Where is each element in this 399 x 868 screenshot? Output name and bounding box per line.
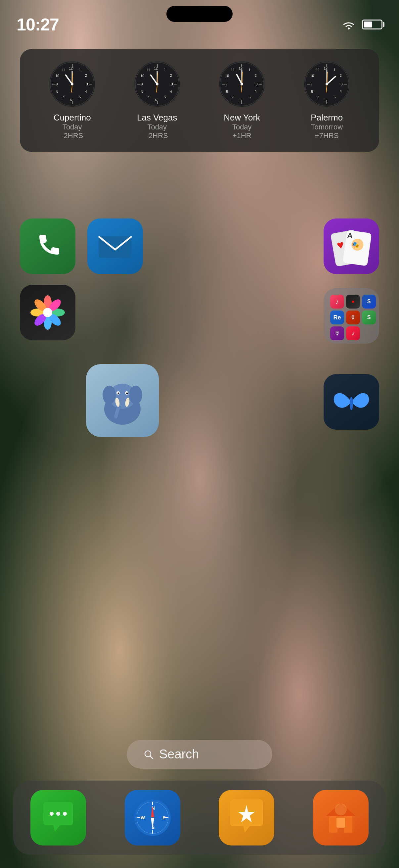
safari-icon: N S E W xyxy=(133,798,172,838)
svg-point-107 xyxy=(43,308,52,317)
app-postgres[interactable] xyxy=(86,364,159,437)
svg-text:5: 5 xyxy=(79,95,81,99)
superstar-icon xyxy=(227,798,266,838)
folder-mini-empty xyxy=(362,327,376,340)
svg-text:6: 6 xyxy=(155,98,157,102)
svg-text:7: 7 xyxy=(317,95,319,99)
svg-text:5: 5 xyxy=(164,95,166,99)
folder-mini-cam: ● xyxy=(346,294,360,309)
svg-text:3: 3 xyxy=(86,82,88,86)
app-cards[interactable]: ♥ 🎭 A xyxy=(324,218,379,274)
mail-icon xyxy=(97,233,133,259)
clock-widget: 12 3 6 9 1 2 4 5 7 8 10 11 xyxy=(20,49,379,152)
screen-content: 10:27 xyxy=(0,0,399,868)
dock-app-superstar[interactable] xyxy=(219,790,274,845)
svg-text:11: 11 xyxy=(231,68,235,72)
svg-text:8: 8 xyxy=(311,89,313,93)
home-icon xyxy=(323,800,359,836)
dock-app-messages[interactable] xyxy=(30,790,86,845)
svg-text:11: 11 xyxy=(316,68,320,72)
svg-point-118 xyxy=(350,397,353,410)
svg-point-115 xyxy=(126,393,128,394)
svg-rect-139 xyxy=(336,818,345,828)
svg-point-111 xyxy=(129,386,142,404)
cards-icon: ♥ 🎭 A xyxy=(328,223,374,270)
clock-lasvegas: 12 3 6 9 1 2 4 5 7 8 10 11 xyxy=(134,61,180,140)
svg-text:12: 12 xyxy=(154,66,158,70)
folder-mini-podcast: 🎙 xyxy=(330,327,344,340)
svg-text:12: 12 xyxy=(69,66,73,70)
svg-text:6: 6 xyxy=(70,98,72,102)
svg-text:4: 4 xyxy=(255,89,257,93)
svg-text:2: 2 xyxy=(170,73,172,78)
svg-text:10: 10 xyxy=(225,74,229,78)
dock: N S E W xyxy=(13,781,386,855)
app-phone[interactable] xyxy=(20,218,75,274)
svg-line-120 xyxy=(150,756,153,759)
svg-point-140 xyxy=(335,803,347,815)
status-icons xyxy=(341,19,383,30)
svg-text:W: W xyxy=(141,815,145,820)
svg-text:9: 9 xyxy=(226,82,228,86)
svg-text:🎭: 🎭 xyxy=(352,241,360,249)
svg-point-110 xyxy=(103,386,116,404)
butterfly-icon xyxy=(332,385,371,418)
search-bar[interactable]: Search xyxy=(127,740,272,769)
status-time: 10:27 xyxy=(16,14,59,34)
phone-icon xyxy=(33,231,63,261)
svg-text:1: 1 xyxy=(249,68,251,72)
apps-row-1 xyxy=(20,218,210,274)
clock-label-cupertino: Cupertino Today -2HRS xyxy=(54,113,91,140)
svg-point-123 xyxy=(63,812,67,816)
svg-text:2: 2 xyxy=(85,73,87,78)
svg-text:4: 4 xyxy=(85,89,87,93)
clock-face-newyork: 12 3 6 9 1 2 4 5 7 8 10 11 xyxy=(219,61,265,107)
svg-text:5: 5 xyxy=(249,95,251,99)
battery-icon xyxy=(362,20,383,29)
app-mail[interactable] xyxy=(87,218,143,274)
app-butterfly[interactable] xyxy=(324,374,379,430)
dock-app-safari[interactable]: N S E W xyxy=(125,790,180,845)
svg-text:6: 6 xyxy=(239,98,241,102)
svg-point-122 xyxy=(56,812,60,816)
svg-point-114 xyxy=(118,393,120,394)
svg-text:8: 8 xyxy=(141,89,143,93)
svg-text:5: 5 xyxy=(333,95,335,99)
dock-app-home[interactable] xyxy=(313,790,369,845)
svg-point-22 xyxy=(71,83,73,85)
dynamic-island xyxy=(166,6,233,22)
folder-grid: ♪ ● S Re 🎙 S xyxy=(324,288,379,344)
app-photos[interactable] xyxy=(20,285,75,340)
clock-label-lasvegas: Las Vegas Today -2HRS xyxy=(137,113,177,140)
messages-icon xyxy=(40,801,76,835)
svg-point-44 xyxy=(156,83,159,85)
svg-text:8: 8 xyxy=(57,89,59,93)
svg-text:2: 2 xyxy=(340,73,342,78)
app-folder[interactable]: ♪ ● S Re 🎙 S xyxy=(324,288,379,344)
clock-label-palermo: Palermo Tomorrow +7HRS xyxy=(311,113,343,140)
folder-mini-scrivener: S xyxy=(362,311,376,324)
svg-text:10: 10 xyxy=(310,74,314,78)
svg-text:9: 9 xyxy=(310,82,312,86)
app-folder-wrapper: ♪ ● S Re 🎙 S xyxy=(324,288,379,344)
svg-text:2: 2 xyxy=(255,73,257,78)
wifi-icon xyxy=(341,19,356,30)
svg-text:7: 7 xyxy=(147,95,149,99)
folder-mini-sketch: S xyxy=(362,294,376,309)
app-cards-wrapper: ♥ 🎭 A xyxy=(324,218,379,274)
svg-text:7: 7 xyxy=(232,95,234,99)
clock-face-lasvegas: 12 3 6 9 1 2 4 5 7 8 10 11 xyxy=(134,61,180,107)
battery-fill xyxy=(364,22,372,28)
svg-text:11: 11 xyxy=(146,68,150,72)
svg-text:8: 8 xyxy=(226,89,228,93)
app-spacer xyxy=(155,218,210,274)
folder-mini-music2: ♪ xyxy=(346,327,360,340)
clock-newyork: 12 3 6 9 1 2 4 5 7 8 10 11 xyxy=(219,61,265,140)
clock-face-cupertino: 12 3 6 9 1 2 4 5 7 8 10 11 xyxy=(49,61,95,107)
clock-cupertino: 12 3 6 9 1 2 4 5 7 8 10 11 xyxy=(49,61,95,140)
svg-text:4: 4 xyxy=(170,89,172,93)
svg-text:10: 10 xyxy=(140,74,144,78)
clock-face-palermo: 12 3 6 9 1 2 4 5 7 8 10 11 xyxy=(304,61,350,107)
svg-text:9: 9 xyxy=(141,82,142,86)
svg-text:1: 1 xyxy=(164,68,166,72)
